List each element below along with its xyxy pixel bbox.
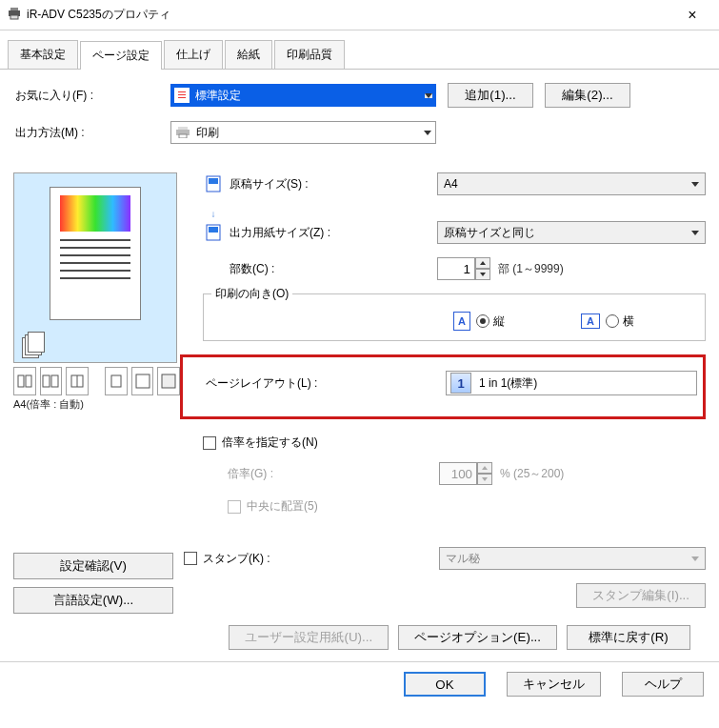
confirm-settings-button[interactable]: 設定確認(V) — [13, 553, 173, 579]
help-button[interactable]: ヘルプ — [622, 672, 704, 697]
outputsize-select[interactable]: 原稿サイズと同じ — [437, 221, 706, 244]
favorite-select[interactable]: 標準設定 — [170, 84, 436, 107]
originalsize-label: 原稿サイズ(S) : — [230, 176, 309, 192]
originalsize-value: A4 — [444, 177, 458, 191]
layout-tile-6[interactable] — [157, 367, 180, 395]
svg-rect-9 — [179, 134, 187, 138]
footer: OK キャンセル ヘルプ — [0, 661, 719, 706]
svg-rect-17 — [136, 374, 150, 388]
portrait-label: 縦 — [493, 313, 505, 330]
restore-defaults-button[interactable]: 標準に戻す(R) — [567, 625, 690, 650]
chevron-down-icon — [424, 131, 431, 135]
preview-caption: A4(倍率 : 自動) — [13, 397, 180, 412]
page-portrait-icon — [203, 175, 224, 192]
layout-tile-5[interactable] — [131, 367, 154, 395]
stamp-label: スタンプ(K) : — [203, 551, 270, 567]
favorite-label: お気に入り(F) : — [13, 88, 170, 104]
page-options-button[interactable]: ページオプション(E)... — [398, 625, 557, 650]
scale-check-label: 倍率を指定する(N) — [222, 435, 318, 451]
close-icon[interactable]: × — [673, 7, 711, 24]
pagelayout-value: 1 in 1(標準) — [479, 375, 537, 392]
titlebar: iR-ADV C5235のプロパティ × — [0, 0, 719, 30]
layout-tile-3[interactable] — [66, 367, 89, 395]
copies-suffix: 部 (1～9999) — [498, 261, 564, 277]
user-paper-button: ユーザー設定用紙(U)... — [229, 625, 389, 650]
outputmethod-select[interactable]: 印刷 — [170, 121, 436, 144]
portrait-icon: A — [453, 312, 470, 331]
svg-rect-4 — [178, 91, 186, 92]
preview-page — [50, 187, 141, 320]
favorite-add-button[interactable]: 追加(1)... — [448, 83, 533, 108]
pagelayout-label: ページレイアウト(L) : — [206, 375, 317, 392]
copies-label: 部数(C) : — [230, 261, 274, 277]
outputsize-value: 原稿サイズと同じ — [444, 225, 535, 241]
scale-label: 倍率(G) : — [228, 466, 273, 482]
favorite-edit-button[interactable]: 編集(2)... — [545, 83, 630, 108]
scale-input — [439, 462, 477, 485]
outputmethod-label: 出力方法(M) : — [13, 125, 170, 141]
outputmethod-value: 印刷 — [196, 125, 219, 141]
portrait-radio[interactable] — [476, 314, 489, 328]
svg-rect-1 — [10, 8, 18, 10]
down-arrow-icon: ↓ — [203, 209, 224, 219]
layout-tile-2[interactable] — [40, 367, 63, 395]
landscape-radio[interactable] — [606, 314, 619, 328]
stamp-edit-button: スタンプ編集(I)... — [576, 583, 706, 608]
orientation-fieldset: 印刷の向き(O) A 縦 A 横 — [203, 293, 706, 341]
tab-bar: 基本設定 ページ設定 仕上げ 給紙 印刷品質 — [0, 30, 719, 70]
tab-finish[interactable]: 仕上げ — [164, 40, 223, 69]
copies-input[interactable] — [437, 257, 475, 280]
svg-rect-2 — [10, 15, 18, 19]
printer-icon — [175, 127, 190, 138]
outputsize-label: 出力用紙サイズ(Z) : — [230, 225, 330, 241]
chevron-down-icon — [691, 182, 699, 187]
window-title: iR-ADV C5235のプロパティ — [27, 7, 673, 23]
layout-tile-4[interactable] — [105, 367, 128, 395]
page-layout-highlight: ページレイアウト(L) : 1 1 in 1(標準) — [180, 354, 706, 419]
copies-up-button[interactable] — [475, 257, 490, 269]
svg-rect-18 — [162, 374, 175, 388]
scale-down-button — [477, 474, 492, 485]
tab-page[interactable]: ページ設定 — [80, 41, 162, 70]
landscape-icon: A — [581, 313, 600, 329]
svg-rect-11 — [26, 375, 31, 387]
landscape-label: 横 — [623, 313, 634, 330]
tab-quality[interactable]: 印刷品質 — [274, 40, 345, 69]
ok-button[interactable]: OK — [404, 672, 486, 697]
svg-rect-12 — [43, 375, 50, 387]
svg-rect-10 — [18, 375, 24, 387]
svg-rect-20 — [209, 178, 218, 184]
chevron-down-icon — [691, 556, 699, 561]
print-preview — [13, 172, 177, 363]
stamp-value: マル秘 — [446, 551, 480, 567]
printer-icon — [8, 7, 21, 23]
svg-rect-5 — [178, 94, 186, 95]
tab-paper[interactable]: 給紙 — [225, 40, 272, 69]
layout-tile-1[interactable] — [13, 367, 36, 395]
originalsize-select[interactable]: A4 — [437, 172, 706, 195]
language-settings-button[interactable]: 言語設定(W)... — [13, 587, 173, 614]
center-checkbox — [228, 500, 241, 514]
scale-checkbox[interactable] — [203, 436, 216, 450]
layout-1in1-icon: 1 — [450, 373, 471, 394]
orientation-legend: 印刷の向き(O) — [211, 286, 292, 302]
tab-basic[interactable]: 基本設定 — [8, 40, 78, 69]
favorite-doc-icon — [174, 88, 190, 103]
svg-rect-16 — [111, 375, 121, 387]
scale-up-button — [477, 462, 492, 474]
page-output-icon — [203, 224, 224, 241]
svg-rect-13 — [51, 375, 58, 387]
center-label: 中央に配置(5) — [247, 498, 318, 515]
svg-rect-6 — [178, 97, 186, 98]
svg-rect-8 — [178, 127, 188, 130]
cancel-button[interactable]: キャンセル — [507, 672, 601, 697]
chevron-down-icon — [425, 93, 432, 98]
scale-suffix: % (25～200) — [500, 466, 564, 482]
favorite-value: 標準設定 — [195, 88, 241, 104]
stamp-select: マル秘 — [439, 547, 706, 570]
stamp-checkbox[interactable] — [184, 552, 197, 565]
copies-down-button[interactable] — [475, 269, 490, 280]
pagelayout-select[interactable]: 1 1 in 1(標準) — [446, 371, 697, 395]
pages-stack-icon[interactable] — [22, 332, 47, 356]
svg-rect-22 — [209, 227, 218, 233]
